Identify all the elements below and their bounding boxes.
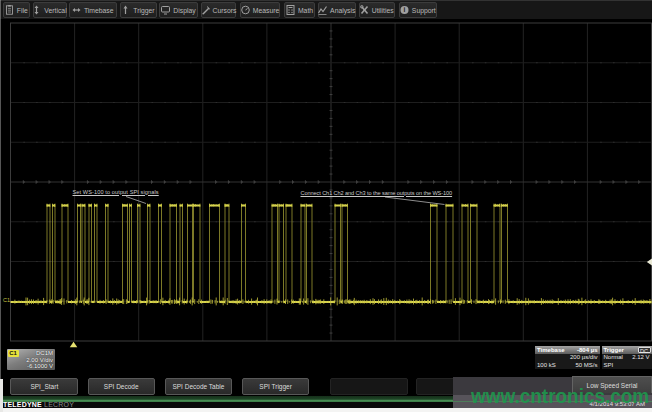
svg-text:i: i — [403, 6, 405, 13]
